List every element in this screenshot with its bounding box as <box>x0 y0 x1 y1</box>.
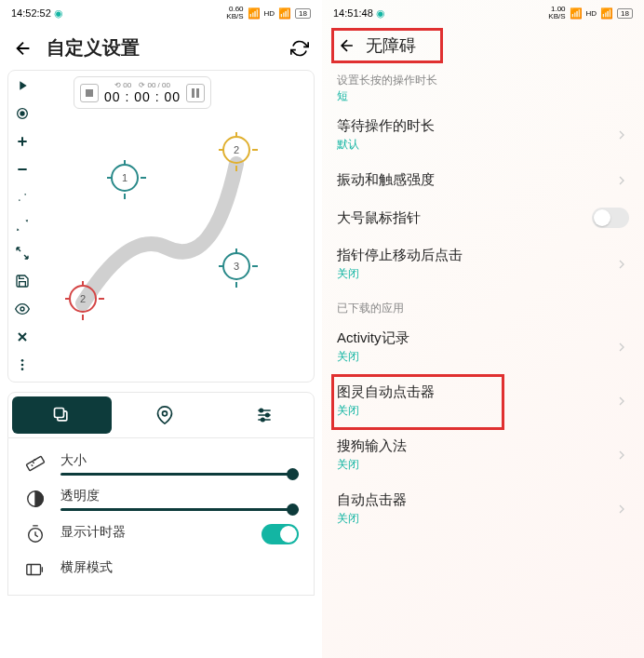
svg-point-1 <box>20 112 24 115</box>
shrink-icon[interactable] <box>13 216 32 235</box>
setting-size: 大小 <box>23 446 299 481</box>
svg-point-4 <box>21 364 24 367</box>
section-long-press: 设置长按的操作时长 短 <box>322 63 644 108</box>
item-wait-time[interactable]: 等待操作的时长默认 <box>322 108 644 162</box>
item-click-after-stop[interactable]: 指针停止移动后点击关闭 <box>322 237 644 291</box>
highlight-header: 无障碍 <box>331 28 443 63</box>
timer-panel: ⟲ 00⟳ 00 / 00 00 : 00 : 00 <box>74 76 211 109</box>
more-icon[interactable] <box>13 356 32 374</box>
page-title: 自定义设置 <box>47 35 277 60</box>
back-arrow-icon[interactable] <box>338 36 356 55</box>
toolbar <box>8 71 36 382</box>
status-time: 14:51:48 <box>333 7 373 19</box>
timer-icon <box>23 522 47 546</box>
battery-icon: 18 <box>617 8 633 19</box>
stop-button[interactable] <box>80 84 99 102</box>
target-1[interactable]: 1 <box>111 164 139 192</box>
svg-point-5 <box>21 368 24 370</box>
rotate-icon[interactable] <box>290 39 309 58</box>
page-title: 无障碍 <box>366 34 416 57</box>
status-bar: 14:52:52 ◉ 0.60KB/S 📶 HD 📶 18 <box>0 0 322 26</box>
setting-timer: 显示计时器 <box>23 517 299 552</box>
signal-icon: 📶 <box>278 7 291 20</box>
svg-point-10 <box>265 413 268 416</box>
target-3[interactable]: 3 <box>222 252 250 280</box>
close-icon[interactable] <box>13 328 32 346</box>
canvas[interactable]: ⟲ 00⟳ 00 / 00 00 : 00 : 00 1 2 2 3 <box>36 71 314 382</box>
chevron-right-icon <box>614 257 629 272</box>
chevron-right-icon <box>614 448 629 463</box>
plus-icon[interactable] <box>13 132 32 151</box>
svg-rect-12 <box>26 456 45 471</box>
record-icon[interactable] <box>13 104 32 123</box>
chevron-right-icon <box>614 502 629 517</box>
tabs <box>7 392 315 438</box>
svg-point-8 <box>163 411 168 416</box>
battery-icon: 18 <box>295 8 311 19</box>
swap-icon[interactable] <box>13 188 32 207</box>
item-large-cursor[interactable]: 大号鼠标指针 <box>322 198 644 237</box>
item-vibration[interactable]: 振动和触感强度 <box>322 162 644 198</box>
minus-icon[interactable] <box>13 160 32 179</box>
chevron-right-icon <box>614 173 629 188</box>
expand-icon[interactable] <box>13 244 32 262</box>
eye-icon[interactable] <box>13 300 32 318</box>
signal-icon: 📶 <box>600 7 613 20</box>
svg-point-3 <box>21 359 24 362</box>
target-2-end[interactable]: 2 <box>222 136 250 164</box>
contrast-icon <box>23 487 47 511</box>
wifi-icon: 📶 <box>248 7 261 20</box>
item-autoclicker[interactable]: 自动点击器关闭 <box>322 482 644 536</box>
tab-layers[interactable] <box>12 396 112 434</box>
wifi-icon: 📶 <box>570 7 583 20</box>
svg-point-9 <box>260 409 262 411</box>
pause-button[interactable] <box>186 84 205 102</box>
opacity-slider[interactable] <box>60 508 299 511</box>
setting-landscape: 横屏模式 <box>23 552 299 587</box>
chevron-right-icon <box>614 128 629 142</box>
play-icon[interactable] <box>13 76 32 95</box>
size-slider[interactable] <box>60 473 299 476</box>
svg-point-2 <box>20 307 24 311</box>
save-icon[interactable] <box>13 272 32 290</box>
svg-rect-15 <box>27 565 41 575</box>
back-arrow-icon[interactable] <box>13 38 34 59</box>
svg-rect-7 <box>55 409 64 418</box>
setting-opacity: 透明度 <box>23 481 299 517</box>
gesture-path <box>36 127 297 313</box>
chevron-right-icon <box>614 340 629 355</box>
svg-point-11 <box>261 418 263 421</box>
target-2-start[interactable]: 2 <box>69 285 97 313</box>
item-activity[interactable]: Activity记录关闭 <box>322 320 644 374</box>
tab-location[interactable] <box>115 393 215 437</box>
ruler-icon <box>23 451 47 476</box>
phone-right: 14:51:48 ◉ 1.00KB/S 📶 HD 📶 18 无障碍 设置长按的操… <box>322 0 644 658</box>
item-tuling[interactable]: 图灵自动点击器关闭 <box>322 374 644 428</box>
large-cursor-toggle[interactable] <box>592 208 629 228</box>
header: 自定义设置 <box>0 26 322 70</box>
item-sogou[interactable]: 搜狗输入法关闭 <box>322 428 644 482</box>
highlight-app <box>331 374 504 430</box>
canvas-area: ⟲ 00⟳ 00 / 00 00 : 00 : 00 1 2 2 3 <box>7 70 315 383</box>
settings-panel: 大小 透明度 显示计时器 横屏模式 <box>7 438 315 596</box>
tab-settings[interactable] <box>214 393 314 437</box>
phone-left: 14:52:52 ◉ 0.60KB/S 📶 HD 📶 18 自定义设置 <box>0 0 322 658</box>
status-time: 14:52:52 <box>11 7 51 19</box>
chevron-right-icon <box>614 394 629 409</box>
timer-display: 00 : 00 : 00 <box>104 89 181 104</box>
timer-toggle[interactable] <box>262 524 299 544</box>
section-downloaded: 已下载的应用 <box>322 291 644 320</box>
status-bar: 14:51:48 ◉ 1.00KB/S 📶 HD 📶 18 <box>322 0 644 26</box>
landscape-icon <box>23 557 47 582</box>
